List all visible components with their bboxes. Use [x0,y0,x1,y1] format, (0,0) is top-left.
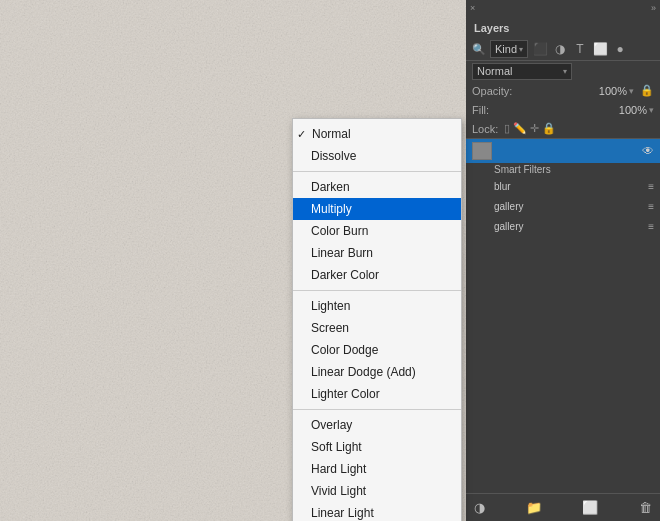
visibility-icon[interactable]: 👁 [642,144,654,158]
blend-item-multiply[interactable]: Multiply [293,198,461,220]
panel-top-bar: × » [466,0,660,16]
blend-item-darker-color[interactable]: Darker Color [293,264,461,286]
adjustment-icon[interactable]: ◑ [474,500,485,515]
blend-item-linear-light[interactable]: Linear Light [293,502,461,521]
layers-panel: × » Layers 🔍 Kind ▾ ⬛ ◑ T ⬜ ● Normal ▾ O… [466,0,660,521]
kind-selector[interactable]: Kind ▾ [490,40,528,58]
filter-mask-icon-2: ≡ [648,201,654,212]
panel-title: Layers [474,22,509,34]
expand-icon[interactable]: » [651,3,656,13]
blend-group-lighten: Lighten Screen Color Dodge Linear Dodge … [293,291,461,410]
fill-value: 100% [619,104,647,116]
filter-icon-group: ⬛ ◑ T ⬜ ● [532,41,628,57]
blend-item-normal[interactable]: Normal [293,123,461,145]
layer-thumbnail [472,142,492,160]
opacity-row: Opacity: 100% ▾ 🔒 [466,81,660,100]
blend-item-darken[interactable]: Darken [293,176,461,198]
smart-filter-label: Smart Filters [466,163,660,176]
blend-item-color-dodge[interactable]: Color Dodge [293,339,461,361]
shape-filter-icon[interactable]: ⬜ [592,41,608,57]
lock-transparent-btn[interactable]: ▯ [504,122,510,135]
filter-mask-icon-3: ≡ [648,221,654,232]
smart-filter-item-2[interactable]: gallery ≡ [466,196,660,216]
blend-item-dissolve[interactable]: Dissolve [293,145,461,167]
layers-area: 👁 Smart Filters blur ≡ gallery ≡ gallery… [466,139,660,493]
filter-name-1: blur [494,181,511,192]
opacity-value: 100% [599,85,627,97]
smart-filter-item-1[interactable]: blur ≡ [466,176,660,196]
lock-position-btn[interactable]: ✛ [530,122,539,135]
blend-item-lighter-color[interactable]: Lighter Color [293,383,461,405]
blend-item-lighten[interactable]: Lighten [293,295,461,317]
fill-label: Fill: [472,104,489,116]
lock-image-btn[interactable]: ✏️ [513,122,527,135]
filter-row: 🔍 Kind ▾ ⬛ ◑ T ⬜ ● [466,38,660,60]
lock-icon[interactable]: 🔒 [640,84,654,97]
filter-name-2: gallery [494,201,523,212]
blend-group-normal: Normal Dissolve [293,119,461,172]
blend-item-linear-burn[interactable]: Linear Burn [293,242,461,264]
blend-item-soft-light[interactable]: Soft Light [293,436,461,458]
lock-label: Lock: [472,123,498,135]
blend-group-overlay: Overlay Soft Light Hard Light Vivid Ligh… [293,410,461,521]
blend-mode-selector[interactable]: Normal ▾ [472,63,572,80]
filter-name-3: gallery [494,221,523,232]
kind-label: Kind [495,43,517,55]
delete-icon[interactable]: 🗑 [639,500,652,515]
blend-mode-value: Normal [477,65,512,77]
opacity-label: Opacity: [472,85,512,97]
blend-group-darken: Darken Multiply Color Burn Linear Burn D… [293,172,461,291]
pixel-filter-icon[interactable]: ⬛ [532,41,548,57]
fill-row: Fill: 100% ▾ [466,100,660,119]
folder-icon[interactable]: 📁 [526,500,542,515]
adjust-filter-icon[interactable]: ◑ [552,41,568,57]
mask-icon[interactable]: ⬜ [582,500,598,515]
blend-item-screen[interactable]: Screen [293,317,461,339]
panel-header: Layers [466,16,660,38]
blend-item-vivid-light[interactable]: Vivid Light [293,480,461,502]
fill-arrow[interactable]: ▾ [649,105,654,115]
smart-filter-item-3[interactable]: gallery ≡ [466,216,660,236]
blend-mode-dropdown: Normal Dissolve Darken Multiply Color Bu… [292,118,462,521]
lock-all-btn[interactable]: 🔒 [542,122,556,135]
bottom-toolbar: ◑ 📁 ⬜ 🗑 [466,493,660,521]
blend-mode-row: Normal ▾ [466,61,660,81]
blend-item-linear-dodge[interactable]: Linear Dodge (Add) [293,361,461,383]
lock-row: Lock: ▯ ✏️ ✛ 🔒 [466,119,660,138]
filter-mask-icon-1: ≡ [648,181,654,192]
close-icon[interactable]: × [470,3,475,13]
smart-filter-icon[interactable]: ● [612,41,628,57]
search-icon: 🔍 [472,43,486,56]
text-filter-icon[interactable]: T [572,41,588,57]
layer-item[interactable]: 👁 [466,139,660,163]
smart-filter-text: Smart Filters [494,164,551,175]
blend-item-hard-light[interactable]: Hard Light [293,458,461,480]
blend-item-overlay[interactable]: Overlay [293,414,461,436]
opacity-arrow[interactable]: ▾ [629,86,634,96]
blend-mode-arrow: ▾ [563,67,567,76]
kind-arrow: ▾ [519,45,523,54]
blend-item-color-burn[interactable]: Color Burn [293,220,461,242]
